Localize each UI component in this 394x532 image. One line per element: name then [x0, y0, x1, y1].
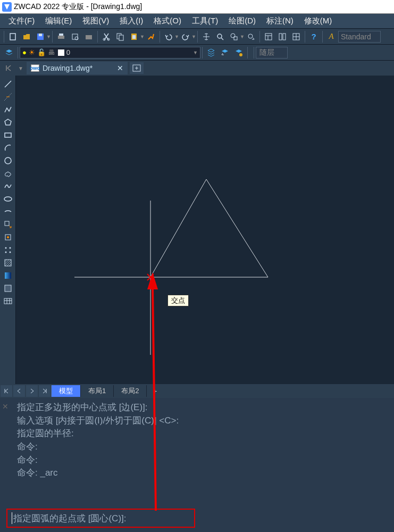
rectangle-button[interactable]	[2, 129, 14, 141]
menu-draw[interactable]: 绘图(D)	[223, 16, 261, 26]
zoom-realtime-button[interactable]	[214, 30, 227, 43]
layer-state-button[interactable]	[205, 46, 217, 59]
publish-button[interactable]	[82, 30, 95, 43]
save-dropdown-arrow[interactable]: ▼	[46, 34, 51, 39]
zoom-dropdown-arrow[interactable]: ▼	[240, 34, 244, 39]
text-style-button[interactable]: A	[325, 30, 338, 43]
properties-panel-button[interactable]	[262, 30, 275, 43]
svg-rect-11	[119, 35, 123, 40]
insert-block-button[interactable]	[2, 219, 14, 230]
svg-point-14	[217, 34, 222, 38]
cut-button[interactable]	[100, 30, 113, 43]
layout-nav-prev-button[interactable]	[13, 385, 25, 397]
ellipse-arc-button[interactable]	[2, 206, 14, 218]
match-properties-button[interactable]	[145, 30, 157, 43]
command-history[interactable]: ✕ 指定正多边形的中心点或 [边(E)]: 输入选项 [内接于圆(I)/外切于圆…	[0, 398, 394, 503]
svg-rect-7	[86, 35, 92, 39]
file-tab-close-icon[interactable]: ✕	[117, 64, 123, 72]
snap-tooltip: 交点	[167, 295, 189, 306]
menu-view[interactable]: 视图(V)	[77, 16, 114, 26]
text-style-dropdown[interactable]: Standard	[338, 31, 381, 43]
circle-button[interactable]	[2, 155, 14, 167]
line-tool-button[interactable]	[2, 78, 14, 90]
save-button[interactable]	[34, 30, 47, 43]
gradient-button[interactable]	[2, 270, 14, 281]
close-history-icon[interactable]: ✕	[2, 401, 9, 412]
layout-tab-model[interactable]: 模型	[52, 385, 81, 397]
current-layer-dropdown[interactable]: ● ☀ 🔓 🖶 0 ▼	[20, 47, 200, 59]
svg-rect-2	[39, 34, 42, 36]
menu-file[interactable]: 文件(F)	[3, 16, 40, 26]
svg-point-39	[7, 236, 9, 238]
undo-dropdown-arrow[interactable]: ▼	[174, 34, 179, 39]
menu-modify[interactable]: 修改(M)	[299, 16, 338, 26]
polyline-button[interactable]	[2, 104, 14, 115]
menu-insert[interactable]: 插入(I)	[114, 16, 148, 26]
layout-nav-first-button[interactable]	[1, 385, 12, 397]
make-block-button[interactable]	[2, 231, 14, 243]
pan-button[interactable]	[200, 30, 213, 43]
file-tab-drawing1[interactable]: DWG Drawing1.dwg* ✕	[27, 62, 128, 74]
svg-rect-45	[5, 272, 11, 279]
history-line: 命令:	[17, 454, 381, 467]
polygon-button[interactable]	[2, 117, 14, 128]
svg-rect-4	[59, 34, 63, 36]
app-logo-icon	[2, 2, 12, 12]
title-bar: ZWCAD 2022 专业版 - [Drawing1.dwg]	[0, 0, 394, 14]
layer-dropdown-arrow[interactable]: ▼	[193, 50, 198, 55]
ellipse-button[interactable]	[2, 193, 14, 205]
menu-dim[interactable]: 标注(N)	[261, 16, 299, 26]
design-center-button[interactable]	[276, 30, 289, 43]
tab-chevron-left-icon[interactable]	[2, 64, 15, 72]
svg-point-40	[5, 247, 6, 249]
plot-preview-button[interactable]	[69, 30, 81, 43]
zoom-previous-button[interactable]	[245, 30, 257, 43]
plot-button[interactable]	[55, 30, 68, 43]
svg-point-27	[239, 53, 242, 56]
point-button[interactable]	[2, 244, 14, 256]
redo-dropdown-arrow[interactable]: ▼	[191, 34, 196, 39]
layout-nav-next-button[interactable]	[26, 385, 38, 397]
lineweight-dropdown[interactable]: 随层	[256, 47, 288, 59]
layer-plot-icon: 🖶	[48, 48, 55, 56]
svg-point-36	[4, 197, 12, 201]
menu-format[interactable]: 格式(O)	[148, 16, 187, 26]
redo-button[interactable]	[179, 30, 192, 43]
layout-nav-last-button[interactable]	[39, 385, 51, 397]
svg-rect-3	[58, 36, 64, 39]
help-button[interactable]: ?	[307, 30, 320, 43]
window-title: ZWCAD 2022 专业版 - [Drawing1.dwg]	[14, 2, 142, 12]
layer-previous-button[interactable]	[219, 46, 231, 59]
revision-cloud-button[interactable]	[2, 168, 14, 179]
tab-list-arrow[interactable]: ▼	[17, 65, 24, 71]
arc-button[interactable]	[2, 142, 14, 154]
menu-edit[interactable]: 编辑(E)	[40, 16, 77, 26]
paste-dropdown-arrow[interactable]: ▼	[140, 34, 144, 39]
drawing-canvas[interactable]: 交点 Y X	[16, 76, 394, 384]
tool-palettes-button[interactable]	[290, 30, 303, 43]
new-tab-button[interactable]	[130, 62, 144, 74]
region-button[interactable]	[2, 282, 14, 294]
layer-isolate-button[interactable]	[232, 46, 245, 59]
spline-button[interactable]	[2, 180, 14, 192]
construction-line-button[interactable]	[2, 91, 14, 103]
svg-rect-46	[5, 285, 11, 292]
table-button[interactable]	[2, 295, 14, 307]
open-file-button[interactable]	[20, 30, 33, 43]
command-line-area: 指定圆弧的起点或 [圆心(C)]:	[0, 503, 394, 532]
menu-tools[interactable]: 工具(T)	[187, 16, 223, 26]
layout-tabs: 模型 布局1 布局2 +	[0, 384, 394, 398]
history-line: 指定圆的半径:	[17, 427, 381, 440]
copy-button[interactable]	[114, 30, 127, 43]
zoom-window-button[interactable]	[228, 30, 240, 43]
command-input[interactable]: 指定圆弧的起点或 [圆心(C)]:	[6, 509, 195, 528]
layer-on-icon: ●	[22, 48, 27, 56]
layout-tab-layout2[interactable]: 布局2	[114, 385, 147, 397]
new-file-button[interactable]	[6, 30, 19, 43]
paste-button[interactable]	[128, 30, 140, 43]
hatch-button[interactable]	[2, 257, 14, 269]
layout-tab-layout1[interactable]: 布局1	[81, 385, 114, 397]
layout-tab-add-button[interactable]: +	[147, 387, 163, 395]
layer-manager-button[interactable]	[3, 46, 15, 59]
undo-button[interactable]	[162, 30, 175, 43]
